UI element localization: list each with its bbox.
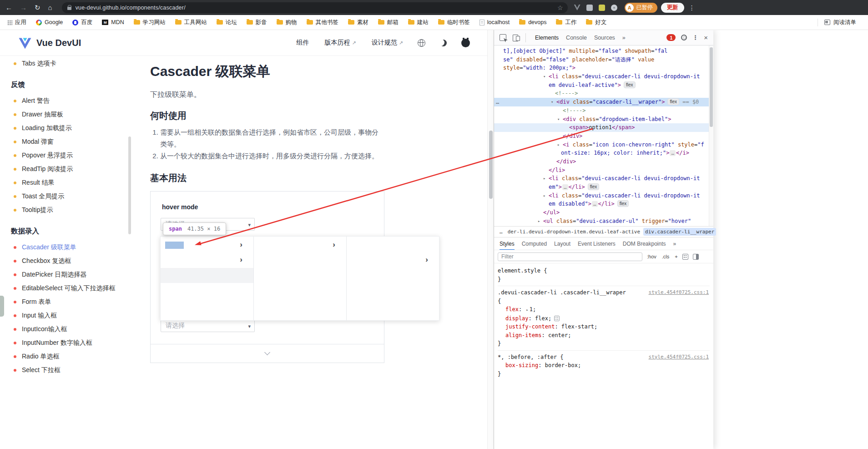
disclosure-triangle-icon[interactable]: ▸ (543, 192, 545, 200)
cascader-option[interactable] (254, 268, 346, 283)
cascader-option[interactable] (161, 268, 253, 283)
sidebar-item[interactable]: Cascader 级联菜单 (0, 241, 136, 254)
nav-item[interactable]: 设计规范↗ (372, 39, 403, 47)
cascader-option[interactable] (161, 283, 253, 298)
url-text[interactable]: vue-devui.github.io/components/cascader/ (76, 5, 186, 11)
css-selector-line[interactable]: *, :before, :after {style.454f0725.css:1 (498, 353, 710, 362)
disclosure-triangle-icon[interactable]: ▾ (543, 72, 545, 81)
vue-extension-icon[interactable] (574, 5, 580, 10)
computed-panel-toggle-icon[interactable] (693, 254, 699, 260)
sidebar-item[interactable]: Tooltip提示 (0, 203, 136, 217)
styles-tab-styles[interactable]: Styles (500, 237, 515, 250)
dom-line[interactable]: <!----> (494, 89, 709, 98)
sidebar-item[interactable]: EditableSelect 可输入下拉选择框 (0, 282, 136, 295)
css-property[interactable]: display: flex; (498, 314, 710, 323)
dom-line[interactable]: </div> (494, 157, 709, 166)
sidebar-item[interactable]: Popover 悬浮提示 (0, 149, 136, 162)
dom-line[interactable]: ▾…<div class="cascader-li__wraper">flex … (494, 98, 709, 106)
inspect-element-icon[interactable] (500, 34, 506, 41)
cascader-option[interactable] (347, 283, 439, 298)
bookmark-item[interactable]: 其他书签 (307, 19, 338, 26)
cascader-option[interactable] (254, 253, 346, 268)
devtools-tab-elements[interactable]: Elements (531, 30, 562, 45)
filter-toggle[interactable]: + (675, 254, 677, 259)
dom-line[interactable]: ▸<li class="devui-cascader-li devui-drop… (494, 174, 709, 183)
dom-line[interactable]: ▸<i class="icon icon-chevron-right" styl… (494, 141, 709, 149)
flex-badge[interactable]: flex (588, 183, 600, 190)
dom-line[interactable]: ▾<li class="devui-cascader-li devui-drop… (494, 72, 709, 81)
sidebar-item[interactable]: ReadTip 阅读提示 (0, 162, 136, 176)
dom-line[interactable]: </li> (494, 166, 709, 175)
cascader-select-second[interactable]: 请选择 ▾ (161, 319, 255, 332)
bookmark-item[interactable]: 工具网站 (175, 19, 207, 26)
dom-line[interactable]: ▸<li class="devui-cascader-li devui-drop… (494, 192, 709, 200)
flex-editor-icon[interactable] (554, 316, 560, 321)
devtools-scrollbar-thumb[interactable] (710, 47, 713, 127)
gear-icon[interactable] (681, 35, 687, 40)
cascader-option[interactable] (254, 283, 346, 298)
css-property[interactable]: align-items: center; (498, 331, 710, 340)
nav-item[interactable]: 组件 (297, 39, 309, 47)
bookmark-item[interactable]: MMDN (102, 19, 124, 25)
bookmark-item[interactable]: 临时书签 (438, 19, 470, 26)
devtools-tab-[interactable]: » (619, 30, 629, 45)
site-brand[interactable]: Vue DevUI (18, 36, 81, 50)
back-icon[interactable]: ← (5, 4, 12, 11)
cascader-option[interactable] (161, 298, 253, 313)
breadcrumb-item[interactable]: der-li.devui-dropdown-item.devui-leaf-ac… (506, 228, 642, 236)
dom-line[interactable]: t],[object Object]" multiple="false" sho… (494, 47, 709, 55)
sidebar-item[interactable]: Loading 加载提示 (0, 121, 136, 135)
filter-toggle[interactable]: .cls (662, 254, 670, 259)
dom-line[interactable]: </ul> (494, 208, 709, 217)
flex-badge[interactable]: flex (617, 200, 629, 207)
browser-menu-icon[interactable]: ⋮ (689, 4, 696, 11)
cascader-option[interactable]: › (254, 238, 346, 253)
sidebar-item[interactable]: DatePicker 日期选择器 (0, 268, 136, 282)
dom-line[interactable]: em devui-leaf-active">flex (494, 81, 709, 90)
home-icon[interactable]: ⌂ (48, 4, 52, 11)
demo-expand-footer[interactable] (151, 344, 384, 363)
cascader-option[interactable] (347, 268, 439, 283)
bookmark-item[interactable]: Google (36, 19, 63, 25)
collapsed-content-icon[interactable]: … (562, 184, 568, 190)
language-globe-icon[interactable] (418, 39, 425, 47)
dom-line[interactable]: <span>option1</span> (494, 123, 709, 132)
bookmark-item[interactable]: devops (519, 19, 546, 25)
css-property[interactable]: flex: ▸1; (498, 305, 710, 314)
flex-badge[interactable]: flex (667, 98, 679, 105)
styles-tab-layout[interactable]: Layout (554, 237, 570, 250)
close-icon[interactable]: × (704, 34, 708, 41)
sidebar-item[interactable]: Checkbox 复选框 (0, 254, 136, 268)
refresh-icon[interactable]: ↻ (35, 4, 40, 11)
expand-arrow-icon[interactable]: ▸ (526, 308, 528, 312)
disclosure-triangle-icon[interactable]: ▸ (543, 174, 545, 183)
grid-toggle-icon[interactable] (682, 254, 688, 260)
reading-list-button[interactable]: 阅读清单 (818, 19, 856, 26)
collapsed-content-icon[interactable]: … (670, 150, 676, 156)
more-options-icon[interactable]: ⋮ (692, 34, 698, 41)
disclosure-triangle-icon[interactable]: ▾ (551, 98, 553, 106)
styles-tab-computed[interactable]: Computed (522, 237, 547, 250)
dom-line[interactable]: ▸<ul class="devui-cascader-ul" trigger="… (494, 217, 709, 226)
sidebar-item[interactable]: Toast 全局提示 (0, 190, 136, 203)
css-property[interactable]: justify-content: flex-start; (498, 323, 710, 331)
sidebar-scrollbar[interactable] (128, 136, 131, 234)
sidebar-item[interactable]: Input 输入框 (0, 309, 136, 323)
dom-line[interactable]: em">…</li>flex (494, 183, 709, 192)
nav-item[interactable]: 版本历程↗ (325, 39, 356, 47)
bookmark-item[interactable]: 工作 (556, 19, 576, 26)
sidebar-item[interactable]: Form 表单 (0, 295, 136, 309)
bookmark-star-icon[interactable]: ☆ (557, 4, 563, 11)
cascader-option[interactable]: › (161, 238, 253, 253)
devtools-tab-console[interactable]: Console (562, 30, 590, 45)
dom-line[interactable]: style="width: 200px;"> (494, 64, 709, 72)
cascader-option[interactable] (347, 298, 439, 313)
sidebar-item[interactable]: InputNumber 数字输入框 (0, 336, 136, 350)
sidebar-item[interactable]: Tabs 选项卡 (0, 57, 136, 71)
styles-filter-input[interactable] (498, 252, 642, 261)
collapsed-content-icon[interactable]: … (592, 201, 598, 207)
bookmark-item[interactable]: 应用 (7, 19, 26, 26)
bookmark-item[interactable]: 购物 (277, 19, 297, 26)
error-count-badge[interactable]: 1 (666, 34, 676, 41)
dom-line[interactable]: se" disabled="false" placeholder="请选择" v… (494, 55, 709, 64)
